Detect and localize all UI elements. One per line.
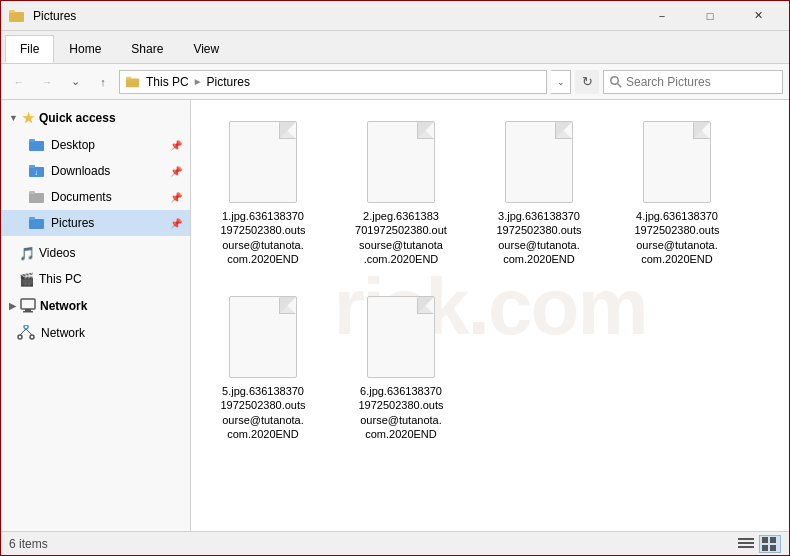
svg-line-24 [20, 329, 26, 335]
search-box [603, 70, 783, 94]
search-input[interactable] [626, 75, 776, 89]
svg-point-22 [18, 335, 22, 339]
main-content: ▼ ★ Quick access Desktop 📌 [1, 100, 789, 531]
sidebar-item-videos[interactable]: 🎬 This PC [1, 266, 190, 292]
file-name-4: 4.jpg.6361383701972502380.outsourse@tuta… [634, 209, 719, 266]
explorer-window: Pictures − □ ✕ File Home Share View ← → … [0, 0, 790, 556]
file-item-5[interactable]: 5.jpg.6361383701972502380.outsourse@tuta… [203, 287, 323, 446]
svg-text:↓: ↓ [34, 168, 38, 177]
ribbon: File Home Share View [1, 31, 789, 64]
file-name-3: 3.jpg.6361383701972502380.outsourse@tuta… [496, 209, 581, 266]
forward-button[interactable]: → [35, 70, 59, 94]
svg-rect-2 [9, 10, 15, 13]
file-item-2[interactable]: 2.jpeg.6361383701972502380.outsourse@tut… [341, 112, 461, 271]
this-pc-label: Network [40, 299, 87, 313]
file-icon-2 [361, 117, 441, 207]
pin-icon-doc: 📌 [170, 192, 182, 203]
sidebar-item-music[interactable]: 🎵 Videos [1, 240, 190, 266]
list-view-button[interactable] [735, 535, 757, 553]
status-count: 6 items [9, 537, 48, 551]
sidebar-item-downloads[interactable]: ↓ Downloads 📌 [1, 158, 190, 184]
videos-icon: 🎬 [17, 271, 33, 287]
file-name-6: 6.jpg.6361383701972502380.outsourse@tuta… [358, 384, 443, 441]
files-grid: 1.jpg.6361383701972502380.outsourse@tuta… [203, 112, 777, 446]
music-label: Videos [39, 246, 182, 260]
svg-rect-18 [21, 299, 35, 309]
window-controls: − □ ✕ [639, 1, 781, 31]
sidebar-item-this-pc[interactable]: ▶ Network [1, 292, 190, 320]
sidebar-item-desktop[interactable]: Desktop 📌 [1, 132, 190, 158]
back-button[interactable]: ← [7, 70, 31, 94]
file-area: risk.com 1.jpg.6361383701972502380.outso… [191, 100, 789, 531]
title-bar: Pictures − □ ✕ [1, 1, 789, 31]
sidebar-item-network[interactable]: Network [1, 320, 190, 346]
svg-text:🎵: 🎵 [19, 245, 33, 261]
sidebar-item-pictures[interactable]: Pictures 📌 [1, 210, 190, 236]
window-icon [9, 8, 25, 24]
refresh-button[interactable]: ↻ [575, 70, 599, 94]
svg-rect-13 [29, 191, 35, 194]
downloads-label: Downloads [51, 164, 164, 178]
pin-icon: 📌 [170, 140, 182, 151]
status-bar: 6 items [1, 531, 789, 555]
file-item-1[interactable]: 1.jpg.6361383701972502380.outsourse@tuta… [203, 112, 323, 271]
ribbon-tabs: File Home Share View [1, 31, 789, 63]
path-dropdown[interactable]: ⌄ [551, 70, 571, 94]
tab-share[interactable]: Share [116, 35, 178, 63]
maximize-button[interactable]: □ [687, 1, 733, 31]
recent-button[interactable]: ⌄ [63, 70, 87, 94]
address-path[interactable]: This PC ► Pictures [119, 70, 547, 94]
sidebar: ▼ ★ Quick access Desktop 📌 [1, 100, 191, 531]
path-this-pc[interactable]: This PC [144, 75, 191, 89]
network-icon [17, 325, 35, 341]
file-item-4[interactable]: 4.jpg.6361383701972502380.outsourse@tuta… [617, 112, 737, 271]
network-label: Network [41, 326, 182, 340]
file-item-3[interactable]: 3.jpg.6361383701972502380.outsourse@tuta… [479, 112, 599, 271]
tab-view[interactable]: View [178, 35, 234, 63]
file-item-6[interactable]: 6.jpg.6361383701972502380.outsourse@tuta… [341, 287, 461, 446]
svg-rect-15 [29, 217, 35, 220]
svg-rect-26 [738, 538, 754, 540]
svg-rect-19 [25, 309, 31, 311]
videos-label: This PC [39, 272, 182, 286]
svg-rect-31 [762, 545, 768, 551]
file-icon-6 [361, 292, 441, 382]
svg-rect-12 [29, 193, 44, 203]
up-button[interactable]: ↑ [91, 70, 115, 94]
svg-rect-30 [770, 537, 776, 543]
pictures-label: Pictures [51, 216, 164, 230]
quick-access-header[interactable]: ▼ ★ Quick access [1, 104, 190, 132]
view-buttons [735, 535, 781, 553]
svg-rect-7 [29, 141, 44, 151]
file-name-2: 2.jpeg.6361383701972502380.outsourse@tut… [355, 209, 447, 266]
file-icon-5 [223, 292, 303, 382]
search-icon [610, 76, 622, 88]
file-icon-4 [637, 117, 717, 207]
svg-point-23 [30, 335, 34, 339]
path-pictures[interactable]: Pictures [205, 75, 252, 89]
svg-line-25 [26, 329, 32, 335]
svg-rect-4 [126, 76, 131, 79]
quick-access-label: Quick access [39, 111, 116, 125]
close-button[interactable]: ✕ [735, 1, 781, 31]
svg-rect-3 [126, 78, 139, 87]
tab-home[interactable]: Home [54, 35, 116, 63]
svg-rect-28 [738, 546, 754, 548]
minimize-button[interactable]: − [639, 1, 685, 31]
file-icon-1 [223, 117, 303, 207]
grid-view-button[interactable] [759, 535, 781, 553]
desktop-folder-icon [29, 137, 45, 153]
svg-point-21 [24, 325, 28, 329]
sidebar-item-documents[interactable]: Documents 📌 [1, 184, 190, 210]
file-name-5: 5.jpg.6361383701972502380.outsourse@tuta… [220, 384, 305, 441]
svg-rect-14 [29, 219, 44, 229]
svg-text:🎬: 🎬 [19, 271, 33, 287]
svg-rect-20 [23, 311, 33, 313]
pin-icon-dl: 📌 [170, 166, 182, 177]
downloads-folder-icon: ↓ [29, 163, 45, 179]
desktop-label: Desktop [51, 138, 164, 152]
svg-rect-32 [770, 545, 776, 551]
tab-file[interactable]: File [5, 35, 54, 63]
pictures-folder-icon [29, 215, 45, 231]
svg-point-5 [611, 76, 619, 84]
